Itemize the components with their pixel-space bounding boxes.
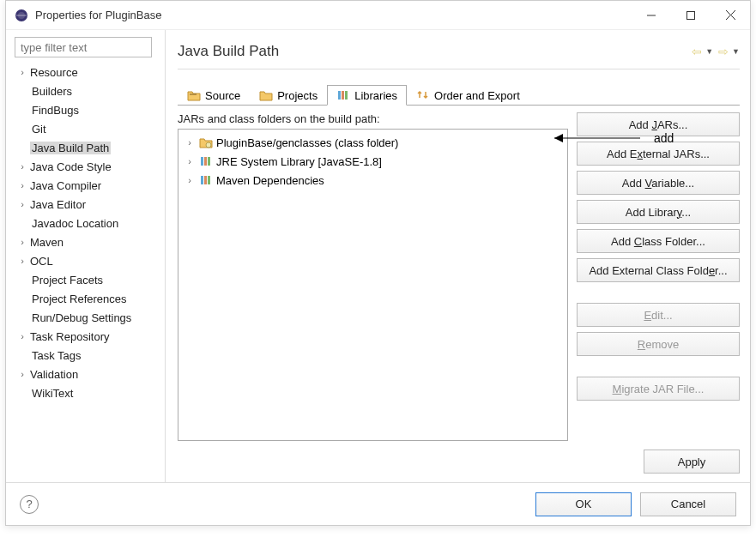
tab-libraries[interactable]: Libraries <box>327 85 407 106</box>
add-external-class-folder-button[interactable]: Add External Class Folder... <box>577 258 740 282</box>
svg-rect-6 <box>338 91 341 100</box>
filter-input[interactable] <box>15 37 152 57</box>
list-item-classfolder[interactable]: › PluginBase/genclasses (class folder) <box>184 133 562 152</box>
sidebar-item-javadoc-location[interactable]: Javadoc Location <box>15 214 160 232</box>
svg-rect-3 <box>687 11 695 19</box>
add-library-button[interactable]: Add Library... <box>577 200 740 224</box>
library-stack-icon <box>199 154 213 168</box>
sidebar-item-java-build-path[interactable]: Java Build Path <box>15 138 160 157</box>
projects-folder-icon <box>259 88 273 102</box>
sidebar-item-project-references[interactable]: Project References <box>15 289 160 308</box>
titlebar: Properties for PluginBase <box>6 1 750 30</box>
eclipse-icon <box>15 9 28 22</box>
sidebar-item-wikitext[interactable]: WikiText <box>15 383 160 402</box>
sidebar-item-git[interactable]: Git <box>15 119 160 138</box>
back-arrow-icon[interactable]: ⇦ <box>690 45 704 58</box>
migrate-jar-button: Migrate JAR File... <box>577 377 740 401</box>
dialog-footer: ? OK Cancel <box>6 482 750 525</box>
ok-button[interactable]: OK <box>535 492 632 516</box>
sidebar-item-java-editor[interactable]: ›Java Editor <box>15 195 160 214</box>
order-export-icon <box>416 88 430 102</box>
annotation-arrow: add <box>554 130 674 146</box>
svg-rect-10 <box>201 157 203 166</box>
maximize-button[interactable] <box>671 1 711 30</box>
forward-arrow-icon[interactable]: ⇨ <box>717 45 730 58</box>
add-variable-button[interactable]: Add Variable... <box>577 171 740 195</box>
forward-dropdown-icon[interactable]: ▼ <box>732 47 740 56</box>
category-sidebar: ›Resource Builders FindBugs Git Java Bui… <box>6 30 166 482</box>
library-icon <box>336 88 350 102</box>
close-button[interactable] <box>711 1 750 30</box>
sidebar-item-task-tags[interactable]: Task Tags <box>15 346 160 365</box>
main-panel: Java Build Path ⇦▼ ⇨▼ Source Projects L <box>166 30 750 482</box>
sidebar-item-findbugs[interactable]: FindBugs <box>15 100 160 119</box>
tab-row: Source Projects Libraries Order and Expo… <box>178 85 740 106</box>
properties-dialog: Properties for PluginBase ›Resource Buil… <box>5 0 751 526</box>
svg-rect-15 <box>208 176 210 184</box>
minimize-button[interactable] <box>632 1 671 30</box>
source-folder-icon <box>187 88 201 102</box>
edit-button: Edit... <box>577 303 740 327</box>
annotation-label: add <box>654 131 674 145</box>
list-item-jre[interactable]: › JRE System Library [JavaSE-1.8] <box>184 152 562 171</box>
sidebar-item-run-debug-settings[interactable]: Run/Debug Settings <box>15 308 160 327</box>
sidebar-item-builders[interactable]: Builders <box>15 81 160 100</box>
classpath-listbox[interactable]: › PluginBase/genclasses (class folder) ›… <box>178 129 568 441</box>
page-title: Java Build Path <box>178 43 690 60</box>
help-button[interactable]: ? <box>20 495 39 514</box>
sidebar-item-project-facets[interactable]: Project Facets <box>15 270 160 289</box>
library-stack-icon <box>199 173 213 187</box>
remove-button: Remove <box>577 332 740 356</box>
sidebar-item-java-code-style[interactable]: ›Java Code Style <box>15 157 160 176</box>
sidebar-item-java-compiler[interactable]: ›Java Compiler <box>15 176 160 195</box>
apply-button[interactable]: Apply <box>644 450 740 474</box>
svg-rect-7 <box>342 91 344 100</box>
sidebar-item-task-repository[interactable]: ›Task Repository <box>15 327 160 346</box>
tab-projects[interactable]: Projects <box>250 85 327 106</box>
sidebar-item-validation[interactable]: ›Validation <box>15 365 160 383</box>
list-item-maven-deps[interactable]: › Maven Dependencies <box>184 171 562 190</box>
svg-rect-14 <box>204 176 207 184</box>
nav-history: ⇦▼ ⇨▼ <box>690 45 740 58</box>
svg-rect-13 <box>201 176 203 184</box>
svg-rect-12 <box>208 157 210 166</box>
tab-source[interactable]: Source <box>178 85 250 106</box>
cancel-button[interactable]: Cancel <box>640 492 736 516</box>
svg-rect-8 <box>345 91 348 100</box>
svg-rect-11 <box>204 157 207 166</box>
tab-order-export[interactable]: Order and Export <box>407 85 529 106</box>
window-title: Properties for PluginBase <box>35 9 632 21</box>
add-class-folder-button[interactable]: Add Class Folder... <box>577 229 740 253</box>
button-column: Add JARs... Add External JARs... Add Var… <box>577 112 740 441</box>
svg-point-9 <box>206 142 211 148</box>
classfolder-icon <box>199 136 213 149</box>
sidebar-item-maven[interactable]: ›Maven <box>15 232 160 251</box>
list-label: JARs and class folders on the build path… <box>178 112 568 125</box>
sidebar-item-ocl[interactable]: ›OCL <box>15 251 160 270</box>
sidebar-item-resource[interactable]: ›Resource <box>15 63 160 81</box>
back-dropdown-icon[interactable]: ▼ <box>705 47 713 56</box>
